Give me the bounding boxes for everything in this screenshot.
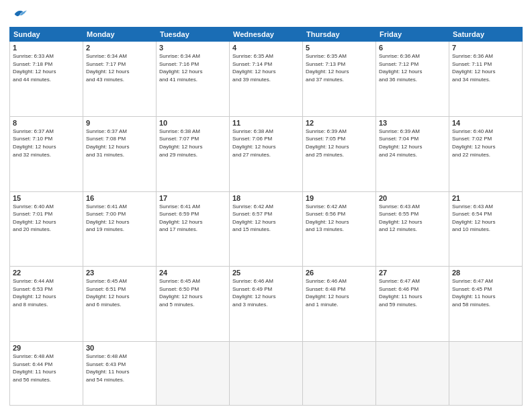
day-cell-24: 24Sunrise: 6:45 AM Sunset: 6:50 PM Dayli… [157, 267, 230, 342]
calendar-week-3: 15Sunrise: 6:40 AM Sunset: 7:01 PM Dayli… [10, 191, 523, 267]
day-cell-27: 27Sunrise: 6:47 AM Sunset: 6:46 PM Dayli… [376, 267, 449, 342]
day-info: Sunrise: 6:41 AM Sunset: 7:00 PM Dayligh… [86, 203, 153, 234]
logo-icon [9, 7, 28, 21]
day-info: Sunrise: 6:48 AM Sunset: 6:44 PM Dayligh… [13, 353, 80, 383]
day-cell-15: 15Sunrise: 6:40 AM Sunset: 7:01 PM Dayli… [10, 191, 83, 267]
calendar-week-2: 8Sunrise: 6:37 AM Sunset: 7:10 PM Daylig… [10, 116, 523, 191]
day-number: 7 [452, 44, 519, 52]
day-cell-21: 21Sunrise: 6:43 AM Sunset: 6:54 PM Dayli… [449, 191, 523, 267]
day-info: Sunrise: 6:39 AM Sunset: 7:05 PM Dayligh… [306, 128, 373, 158]
day-info: Sunrise: 6:47 AM Sunset: 6:46 PM Dayligh… [379, 277, 446, 308]
weekday-header-wednesday: Wednesday [230, 28, 303, 42]
day-cell-19: 19Sunrise: 6:42 AM Sunset: 6:56 PM Dayli… [303, 191, 376, 267]
day-number: 6 [379, 44, 446, 52]
day-number: 9 [86, 119, 153, 127]
day-cell-3: 3Sunrise: 6:34 AM Sunset: 7:16 PM Daylig… [157, 42, 230, 117]
day-number: 4 [232, 44, 300, 52]
day-info: Sunrise: 6:33 AM Sunset: 7:18 PM Dayligh… [13, 52, 80, 83]
day-info: Sunrise: 6:37 AM Sunset: 7:08 PM Dayligh… [86, 128, 153, 158]
day-cell-5: 5Sunrise: 6:35 AM Sunset: 7:13 PM Daylig… [303, 42, 376, 117]
empty-cell [303, 342, 376, 406]
day-number: 30 [86, 344, 153, 352]
page: SundayMondayTuesdayWednesdayThursdayFrid… [0, 0, 532, 411]
day-info: Sunrise: 6:35 AM Sunset: 7:13 PM Dayligh… [306, 52, 373, 83]
day-number: 16 [86, 194, 153, 202]
calendar-week-1: 1Sunrise: 6:33 AM Sunset: 7:18 PM Daylig… [10, 42, 523, 117]
day-info: Sunrise: 6:42 AM Sunset: 6:56 PM Dayligh… [306, 203, 373, 234]
day-info: Sunrise: 6:36 AM Sunset: 7:11 PM Dayligh… [452, 52, 519, 83]
weekday-header-tuesday: Tuesday [157, 28, 230, 42]
day-info: Sunrise: 6:44 AM Sunset: 6:53 PM Dayligh… [13, 277, 80, 308]
day-number: 25 [232, 269, 300, 277]
day-cell-22: 22Sunrise: 6:44 AM Sunset: 6:53 PM Dayli… [10, 267, 83, 342]
day-info: Sunrise: 6:46 AM Sunset: 6:49 PM Dayligh… [232, 277, 300, 308]
day-cell-10: 10Sunrise: 6:38 AM Sunset: 7:07 PM Dayli… [157, 116, 230, 191]
empty-cell [449, 342, 523, 406]
day-number: 27 [379, 269, 446, 277]
day-cell-6: 6Sunrise: 6:36 AM Sunset: 7:12 PM Daylig… [376, 42, 449, 117]
weekday-header-saturday: Saturday [449, 28, 523, 42]
day-cell-18: 18Sunrise: 6:42 AM Sunset: 6:57 PM Dayli… [230, 191, 303, 267]
day-number: 1 [13, 44, 80, 52]
day-info: Sunrise: 6:38 AM Sunset: 7:06 PM Dayligh… [232, 128, 300, 158]
day-number: 8 [13, 119, 80, 127]
day-number: 15 [13, 194, 80, 202]
day-number: 11 [232, 119, 300, 127]
day-info: Sunrise: 6:46 AM Sunset: 6:48 PM Dayligh… [306, 277, 373, 308]
day-cell-26: 26Sunrise: 6:46 AM Sunset: 6:48 PM Dayli… [303, 267, 376, 342]
weekday-header-row: SundayMondayTuesdayWednesdayThursdayFrid… [10, 28, 523, 42]
day-number: 3 [159, 44, 226, 52]
day-info: Sunrise: 6:40 AM Sunset: 7:01 PM Dayligh… [13, 203, 80, 234]
day-number: 24 [159, 269, 226, 277]
day-number: 2 [86, 44, 153, 52]
day-number: 12 [306, 119, 373, 127]
calendar-week-5: 29Sunrise: 6:48 AM Sunset: 6:44 PM Dayli… [10, 342, 523, 406]
day-cell-7: 7Sunrise: 6:36 AM Sunset: 7:11 PM Daylig… [449, 42, 523, 117]
day-info: Sunrise: 6:37 AM Sunset: 7:10 PM Dayligh… [13, 128, 80, 158]
day-info: Sunrise: 6:45 AM Sunset: 6:51 PM Dayligh… [86, 277, 153, 308]
day-cell-4: 4Sunrise: 6:35 AM Sunset: 7:14 PM Daylig… [230, 42, 303, 117]
day-number: 29 [13, 344, 80, 352]
day-cell-8: 8Sunrise: 6:37 AM Sunset: 7:10 PM Daylig… [10, 116, 83, 191]
weekday-header-thursday: Thursday [303, 28, 376, 42]
day-info: Sunrise: 6:43 AM Sunset: 6:55 PM Dayligh… [379, 203, 446, 234]
day-number: 5 [306, 44, 373, 52]
day-info: Sunrise: 6:35 AM Sunset: 7:14 PM Dayligh… [232, 52, 300, 83]
day-cell-25: 25Sunrise: 6:46 AM Sunset: 6:49 PM Dayli… [230, 267, 303, 342]
day-cell-17: 17Sunrise: 6:41 AM Sunset: 6:59 PM Dayli… [157, 191, 230, 267]
weekday-header-sunday: Sunday [10, 28, 83, 42]
day-number: 17 [159, 194, 226, 202]
day-number: 18 [232, 194, 300, 202]
day-cell-11: 11Sunrise: 6:38 AM Sunset: 7:06 PM Dayli… [230, 116, 303, 191]
day-info: Sunrise: 6:34 AM Sunset: 7:17 PM Dayligh… [86, 52, 153, 83]
day-number: 19 [306, 194, 373, 202]
day-cell-2: 2Sunrise: 6:34 AM Sunset: 7:17 PM Daylig… [83, 42, 157, 117]
day-info: Sunrise: 6:36 AM Sunset: 7:12 PM Dayligh… [379, 52, 446, 83]
day-number: 10 [159, 119, 226, 127]
calendar-week-4: 22Sunrise: 6:44 AM Sunset: 6:53 PM Dayli… [10, 267, 523, 342]
day-info: Sunrise: 6:43 AM Sunset: 6:54 PM Dayligh… [452, 203, 519, 234]
day-info: Sunrise: 6:47 AM Sunset: 6:45 PM Dayligh… [452, 277, 519, 308]
logo [9, 7, 31, 21]
day-info: Sunrise: 6:39 AM Sunset: 7:04 PM Dayligh… [379, 128, 446, 158]
weekday-header-friday: Friday [376, 28, 449, 42]
day-number: 13 [379, 119, 446, 127]
empty-cell [157, 342, 230, 406]
day-number: 21 [452, 194, 519, 202]
empty-cell [376, 342, 449, 406]
day-info: Sunrise: 6:48 AM Sunset: 6:43 PM Dayligh… [86, 353, 153, 383]
day-number: 22 [13, 269, 80, 277]
day-cell-29: 29Sunrise: 6:48 AM Sunset: 6:44 PM Dayli… [10, 342, 83, 406]
day-info: Sunrise: 6:41 AM Sunset: 6:59 PM Dayligh… [159, 203, 226, 234]
day-cell-30: 30Sunrise: 6:48 AM Sunset: 6:43 PM Dayli… [83, 342, 157, 406]
day-number: 14 [452, 119, 519, 127]
day-number: 20 [379, 194, 446, 202]
day-cell-12: 12Sunrise: 6:39 AM Sunset: 7:05 PM Dayli… [303, 116, 376, 191]
day-number: 23 [86, 269, 153, 277]
empty-cell [230, 342, 303, 406]
day-cell-16: 16Sunrise: 6:41 AM Sunset: 7:00 PM Dayli… [83, 191, 157, 267]
day-cell-13: 13Sunrise: 6:39 AM Sunset: 7:04 PM Dayli… [376, 116, 449, 191]
header [9, 7, 523, 21]
weekday-header-monday: Monday [83, 28, 157, 42]
day-cell-9: 9Sunrise: 6:37 AM Sunset: 7:08 PM Daylig… [83, 116, 157, 191]
